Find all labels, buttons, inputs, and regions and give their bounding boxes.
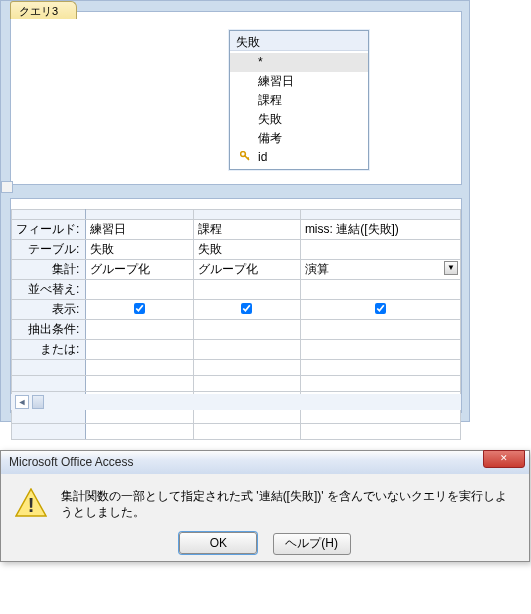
cell-or[interactable]: [86, 340, 193, 360]
dropdown-button[interactable]: ▼: [444, 261, 458, 275]
cell-total[interactable]: 演算 ▼: [300, 260, 460, 280]
cell-field[interactable]: 課程: [193, 220, 300, 240]
cell-field[interactable]: miss: 連結([失敗]): [300, 220, 460, 240]
object-tab[interactable]: クエリ3: [10, 1, 77, 19]
row-corner: [12, 210, 86, 220]
cell-show[interactable]: [193, 300, 300, 320]
cell-or[interactable]: [300, 340, 460, 360]
row-label-table: テーブル:: [12, 240, 86, 260]
cell-criteria[interactable]: [300, 320, 460, 340]
field-list-star[interactable]: *: [230, 53, 368, 72]
row-label-blank: [12, 376, 86, 392]
show-checkbox[interactable]: [241, 303, 252, 314]
dialog-title: Microsoft Office Access: [9, 455, 133, 469]
field-list-item-label: id: [258, 150, 267, 164]
column-selector[interactable]: [86, 210, 193, 220]
design-grid: フィールド: 練習日 課程 miss: 連結([失敗]) テーブル: 失敗 失敗…: [10, 198, 462, 413]
show-checkbox[interactable]: [134, 303, 145, 314]
query-design-area: クエリ3 失敗 * 練習日 課程 失敗 備考 id: [0, 0, 470, 422]
cell-table[interactable]: [300, 240, 460, 260]
tables-pane: クエリ3 失敗 * 練習日 課程 失敗 備考 id: [10, 11, 462, 185]
field-list-item[interactable]: 備考: [230, 129, 368, 148]
object-tab-label: クエリ3: [19, 5, 58, 17]
field-list-item[interactable]: 失敗: [230, 110, 368, 129]
row-label-blank: [12, 424, 86, 440]
show-checkbox[interactable]: [375, 303, 386, 314]
field-list-item-pk[interactable]: id: [230, 148, 368, 167]
cell-criteria[interactable]: [193, 320, 300, 340]
row-label-show: 表示:: [12, 300, 86, 320]
cell-total[interactable]: グループ化: [193, 260, 300, 280]
scroll-thumb[interactable]: [32, 395, 44, 409]
column-selector[interactable]: [193, 210, 300, 220]
row-label-sort: 並べ替え:: [12, 280, 86, 300]
cell-show[interactable]: [86, 300, 193, 320]
cell-field[interactable]: 練習日: [86, 220, 193, 240]
dialog-message: 集計関数の一部として指定された式 '連結([失敗])' を含んでいないクエリを実…: [61, 488, 515, 520]
column-selector[interactable]: [300, 210, 460, 220]
field-list[interactable]: 失敗 * 練習日 課程 失敗 備考 id: [229, 30, 369, 170]
row-label-criteria: 抽出条件:: [12, 320, 86, 340]
cell-sort[interactable]: [193, 280, 300, 300]
field-list-item[interactable]: 練習日: [230, 72, 368, 91]
row-label-field: フィールド:: [12, 220, 86, 240]
warning-icon: !: [15, 488, 47, 518]
grid-horizontal-scroll: ◄: [11, 394, 461, 410]
close-icon: ✕: [500, 453, 508, 463]
help-button[interactable]: ヘルプ(H): [273, 533, 351, 555]
field-list-item[interactable]: 課程: [230, 91, 368, 110]
message-dialog: Microsoft Office Access ✕ ! 集計関数の一部として指定…: [0, 450, 530, 562]
cell-criteria[interactable]: [86, 320, 193, 340]
row-label-total: 集計:: [12, 260, 86, 280]
row-label-or: または:: [12, 340, 86, 360]
cell-or[interactable]: [193, 340, 300, 360]
ok-button[interactable]: OK: [179, 532, 257, 554]
row-label-blank: [12, 360, 86, 376]
dialog-close-button[interactable]: ✕: [483, 450, 525, 468]
cell-total[interactable]: グループ化: [86, 260, 193, 280]
scroll-left-icon[interactable]: ◄: [15, 395, 29, 409]
cell-total-value: 演算: [305, 262, 329, 276]
key-icon: [240, 151, 250, 161]
record-nav-stub[interactable]: [1, 181, 13, 193]
field-list-title: 失敗: [230, 31, 368, 51]
cell-sort[interactable]: [300, 280, 460, 300]
cell-sort[interactable]: [86, 280, 193, 300]
dialog-titlebar[interactable]: Microsoft Office Access ✕: [1, 451, 529, 474]
cell-show[interactable]: [300, 300, 460, 320]
cell-table[interactable]: 失敗: [86, 240, 193, 260]
svg-text:!: !: [28, 494, 35, 516]
cell-table[interactable]: 失敗: [193, 240, 300, 260]
